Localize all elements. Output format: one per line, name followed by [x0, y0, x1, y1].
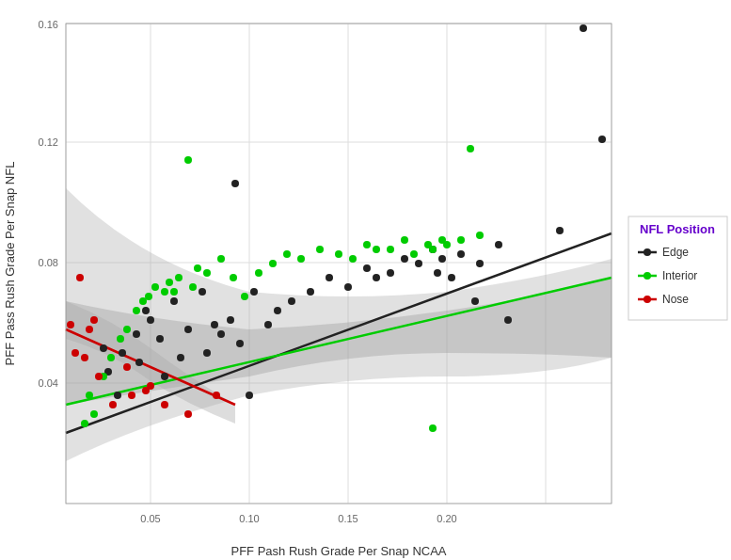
svg-point-39: [326, 274, 333, 281]
svg-point-108: [123, 363, 131, 371]
svg-point-95: [443, 241, 451, 248]
svg-point-87: [363, 241, 371, 248]
legend-label-interior: Interior: [662, 269, 697, 282]
y-tick-4: 0.16: [39, 19, 58, 30]
svg-point-86: [349, 255, 357, 263]
x-tick-4: 0.20: [437, 513, 456, 524]
svg-point-29: [217, 330, 225, 338]
svg-point-27: [203, 349, 211, 357]
svg-point-15: [114, 392, 121, 399]
svg-point-56: [580, 24, 587, 32]
svg-point-23: [170, 297, 178, 305]
svg-point-50: [457, 250, 465, 258]
legend-label-edge: Edge: [662, 246, 689, 259]
svg-point-13: [100, 344, 107, 352]
svg-point-70: [166, 279, 173, 286]
svg-point-43: [387, 269, 394, 277]
svg-point-37: [288, 297, 295, 305]
svg-point-112: [161, 401, 168, 408]
svg-point-72: [175, 274, 183, 281]
svg-point-106: [95, 373, 103, 380]
svg-point-103: [81, 354, 88, 361]
svg-point-55: [556, 227, 564, 234]
svg-point-79: [241, 293, 248, 300]
svg-point-62: [107, 354, 115, 361]
svg-point-65: [133, 307, 140, 314]
chart-container: 0.05 0.10 0.15 0.20 0.04 0.08 0.12 0.16 …: [0, 0, 731, 560]
y-tick-1: 0.04: [39, 377, 58, 389]
y-tick-3: 0.12: [39, 136, 58, 148]
svg-point-41: [363, 264, 371, 272]
svg-point-97: [467, 145, 474, 152]
svg-point-31: [231, 180, 239, 187]
svg-point-99: [429, 424, 437, 432]
svg-point-84: [316, 246, 324, 253]
svg-point-78: [230, 274, 237, 281]
svg-point-88: [373, 246, 380, 253]
svg-point-68: [151, 283, 159, 291]
svg-point-76: [203, 269, 211, 277]
svg-point-122: [644, 296, 651, 303]
svg-point-80: [255, 269, 262, 277]
svg-point-26: [199, 288, 206, 296]
svg-point-17: [133, 330, 140, 338]
svg-point-57: [598, 136, 606, 143]
svg-point-85: [335, 250, 342, 258]
svg-point-16: [119, 349, 126, 357]
svg-point-18: [135, 359, 143, 366]
svg-point-90: [401, 236, 408, 244]
svg-point-54: [504, 316, 512, 324]
svg-point-111: [147, 382, 154, 390]
svg-point-21: [156, 335, 164, 343]
svg-point-58: [81, 420, 88, 427]
svg-point-109: [128, 392, 135, 399]
svg-point-47: [434, 269, 441, 277]
svg-point-28: [211, 321, 218, 328]
svg-point-49: [448, 274, 455, 281]
svg-point-96: [457, 236, 465, 244]
svg-point-42: [373, 274, 380, 281]
svg-point-32: [236, 340, 244, 347]
svg-point-19: [142, 307, 150, 314]
y-axis-label: PFF Pass Rush Grade Per Snap NFL: [3, 162, 17, 366]
svg-point-104: [86, 326, 93, 333]
svg-point-24: [177, 354, 184, 361]
x-tick-3: 0.15: [338, 513, 358, 524]
svg-point-51: [471, 297, 479, 305]
svg-point-114: [213, 392, 220, 399]
svg-point-64: [123, 326, 131, 333]
svg-point-34: [250, 288, 258, 296]
svg-point-81: [269, 260, 277, 267]
svg-point-118: [644, 248, 651, 256]
svg-point-101: [72, 349, 79, 357]
svg-point-33: [246, 392, 253, 399]
svg-point-63: [117, 335, 124, 343]
svg-point-44: [401, 255, 408, 263]
svg-point-100: [67, 321, 74, 328]
svg-point-89: [387, 246, 394, 253]
svg-point-52: [476, 260, 484, 267]
svg-point-107: [109, 401, 117, 408]
svg-point-120: [644, 272, 651, 280]
svg-point-93: [429, 246, 437, 253]
svg-point-74: [189, 283, 197, 291]
svg-point-73: [184, 156, 192, 164]
svg-point-22: [161, 373, 168, 380]
legend-title: NFL Position: [640, 222, 715, 236]
svg-point-48: [438, 255, 446, 263]
svg-point-40: [344, 283, 352, 291]
svg-point-113: [184, 410, 192, 418]
svg-point-69: [161, 288, 168, 296]
x-axis-label: PFF Pash Rush Grade Per Snap NCAA: [230, 544, 446, 558]
svg-point-75: [194, 264, 201, 272]
svg-point-45: [415, 260, 422, 267]
svg-point-91: [410, 250, 418, 258]
svg-point-105: [90, 316, 98, 324]
svg-point-25: [184, 326, 192, 333]
svg-point-102: [76, 274, 84, 281]
svg-point-53: [495, 241, 502, 248]
svg-point-59: [86, 392, 93, 399]
svg-point-77: [217, 255, 225, 263]
y-tick-2: 0.08: [39, 257, 58, 268]
svg-point-36: [274, 307, 281, 314]
